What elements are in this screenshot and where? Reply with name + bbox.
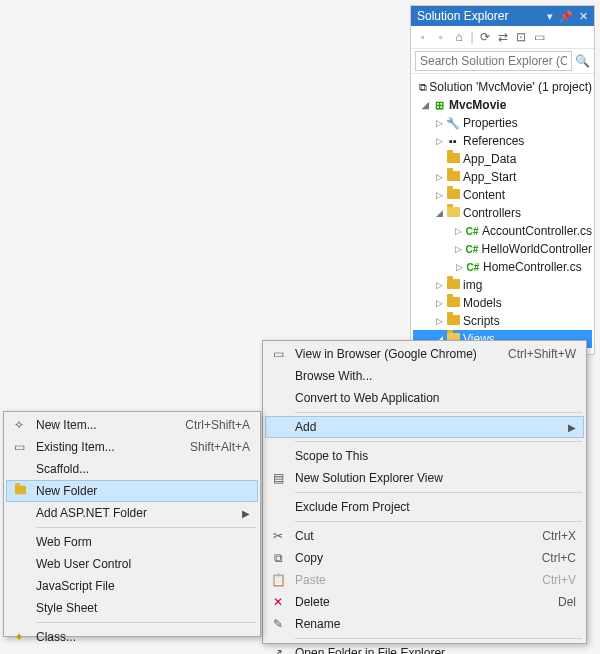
- existing-item-item[interactable]: ▭ Existing Item... Shift+Alt+A: [6, 436, 258, 458]
- add-aspnet-folder-item[interactable]: Add ASP.NET Folder ▶: [6, 502, 258, 524]
- scope-item[interactable]: Scope to This: [265, 445, 584, 467]
- rename-item[interactable]: ✎ Rename: [265, 613, 584, 635]
- collapsed-icon[interactable]: ▷: [433, 280, 445, 290]
- menu-label: Existing Item...: [36, 440, 170, 454]
- scripts-node[interactable]: ▷ Scripts: [413, 312, 592, 330]
- collapsed-icon[interactable]: ▷: [433, 136, 445, 146]
- cs-file-node[interactable]: ▷ C# HomeController.cs: [413, 258, 592, 276]
- menu-label: JavaScript File: [36, 579, 250, 593]
- collapsed-icon[interactable]: ▷: [433, 190, 445, 200]
- close-icon[interactable]: ✕: [579, 10, 588, 23]
- browse-with-item[interactable]: Browse With...: [265, 365, 584, 387]
- menu-shortcut: Ctrl+Shift+W: [508, 347, 576, 361]
- menu-label: Cut: [295, 529, 522, 543]
- controllers-node[interactable]: ◢ Controllers: [413, 204, 592, 222]
- collapsed-icon[interactable]: ▷: [433, 118, 445, 128]
- javascript-file-item[interactable]: JavaScript File: [6, 575, 258, 597]
- solution-view-icon: ▤: [269, 471, 287, 485]
- tree-label: App_Data: [463, 152, 516, 166]
- class-icon: ✦: [10, 630, 28, 644]
- collapsed-icon[interactable]: ▷: [433, 298, 445, 308]
- new-item-item[interactable]: ✧ New Item... Ctrl+Shift+A: [6, 414, 258, 436]
- tree-label: Scripts: [463, 314, 500, 328]
- menu-label: Convert to Web Application: [295, 391, 576, 405]
- scaffold-item[interactable]: Scaffold...: [6, 458, 258, 480]
- references-icon: ▪▪: [445, 135, 461, 147]
- refresh-icon[interactable]: ⟳: [477, 29, 493, 45]
- cs-file-node[interactable]: ▷ C# HelloWorldController: [413, 240, 592, 258]
- project-node[interactable]: ◢ ⊞ MvcMovie: [413, 96, 592, 114]
- open-folder-item[interactable]: ↗ Open Folder in File Explorer: [265, 642, 584, 654]
- collapsed-icon[interactable]: ▷: [433, 316, 445, 326]
- home-icon[interactable]: ⌂: [451, 29, 467, 45]
- menu-separator: [36, 527, 256, 528]
- cs-file-node[interactable]: ▷ C# AccountController.cs: [413, 222, 592, 240]
- menu-label: Web Form: [36, 535, 250, 549]
- collapsed-icon[interactable]: ▷: [453, 244, 464, 254]
- menu-label: New Folder: [36, 484, 250, 498]
- solution-node[interactable]: ⧉ Solution 'MvcMovie' (1 project): [413, 78, 592, 96]
- submenu-arrow-icon: ▶: [568, 422, 576, 433]
- existing-item-icon: ▭: [10, 440, 28, 454]
- show-all-icon[interactable]: ⊡: [513, 29, 529, 45]
- menu-label: New Solution Explorer View: [295, 471, 576, 485]
- sync-icon[interactable]: ⇄: [495, 29, 511, 45]
- new-sol-view-item[interactable]: ▤ New Solution Explorer View: [265, 467, 584, 489]
- menu-shortcut: Ctrl+X: [542, 529, 576, 543]
- properties-node[interactable]: ▷ 🔧 Properties: [413, 114, 592, 132]
- menu-shortcut: Ctrl+V: [542, 573, 576, 587]
- tree-label: Models: [463, 296, 502, 310]
- add-submenu: ✧ New Item... Ctrl+Shift+A ▭ Existing It…: [3, 411, 261, 637]
- separator-icon: |: [469, 29, 475, 45]
- back-icon[interactable]: ◦: [415, 29, 431, 45]
- web-user-control-item[interactable]: Web User Control: [6, 553, 258, 575]
- folder-icon: [445, 296, 461, 310]
- add-item[interactable]: Add ▶: [265, 416, 584, 438]
- menu-label: Style Sheet: [36, 601, 250, 615]
- new-folder-item[interactable]: New Folder: [6, 480, 258, 502]
- folder-icon: [445, 188, 461, 202]
- models-node[interactable]: ▷ Models: [413, 294, 592, 312]
- paste-item: 📋 Paste Ctrl+V: [265, 569, 584, 591]
- class-item[interactable]: ✦ Class...: [6, 626, 258, 648]
- menu-label: Add ASP.NET Folder: [36, 506, 236, 520]
- folder-icon: [445, 314, 461, 328]
- references-node[interactable]: ▷ ▪▪ References: [413, 132, 592, 150]
- copy-icon: ⧉: [269, 551, 287, 565]
- menu-label: Browse With...: [295, 369, 576, 383]
- style-sheet-item[interactable]: Style Sheet: [6, 597, 258, 619]
- collapsed-icon[interactable]: ▷: [453, 226, 465, 236]
- search-icon[interactable]: 🔍: [574, 53, 590, 69]
- delete-item[interactable]: ✕ Delete Del: [265, 591, 584, 613]
- menu-shortcut: Shift+Alt+A: [190, 440, 250, 454]
- appstart-node[interactable]: ▷ App_Start: [413, 168, 592, 186]
- pin-icon[interactable]: 📌: [559, 10, 573, 23]
- collapsed-icon[interactable]: ▷: [453, 262, 465, 272]
- menu-label: Web User Control: [36, 557, 250, 571]
- appdata-node[interactable]: App_Data: [413, 150, 592, 168]
- expanded-icon[interactable]: ◢: [419, 100, 431, 110]
- view-in-browser-item[interactable]: ▭ View in Browser (Google Chrome) Ctrl+S…: [265, 343, 584, 365]
- content-node[interactable]: ▷ Content: [413, 186, 592, 204]
- properties-icon[interactable]: ▭: [531, 29, 547, 45]
- img-node[interactable]: ▷ img: [413, 276, 592, 294]
- tree-label: App_Start: [463, 170, 516, 184]
- cut-item[interactable]: ✂ Cut Ctrl+X: [265, 525, 584, 547]
- exclude-item[interactable]: Exclude From Project: [265, 496, 584, 518]
- dropdown-icon[interactable]: ▾: [547, 10, 553, 23]
- menu-separator: [36, 622, 256, 623]
- copy-item[interactable]: ⧉ Copy Ctrl+C: [265, 547, 584, 569]
- menu-separator: [295, 638, 582, 639]
- menu-separator: [295, 492, 582, 493]
- new-item-icon: ✧: [10, 418, 28, 432]
- expanded-icon[interactable]: ◢: [433, 208, 445, 218]
- collapsed-icon[interactable]: ▷: [433, 172, 445, 182]
- panel-titlebar[interactable]: Solution Explorer ▾ 📌 ✕: [411, 6, 594, 26]
- cut-icon: ✂: [269, 529, 287, 543]
- web-form-item[interactable]: Web Form: [6, 531, 258, 553]
- tree-label: HomeController.cs: [483, 260, 582, 274]
- search-input[interactable]: [415, 51, 572, 71]
- project-label: MvcMovie: [449, 98, 506, 112]
- forward-icon[interactable]: ◦: [433, 29, 449, 45]
- convert-item[interactable]: Convert to Web Application: [265, 387, 584, 409]
